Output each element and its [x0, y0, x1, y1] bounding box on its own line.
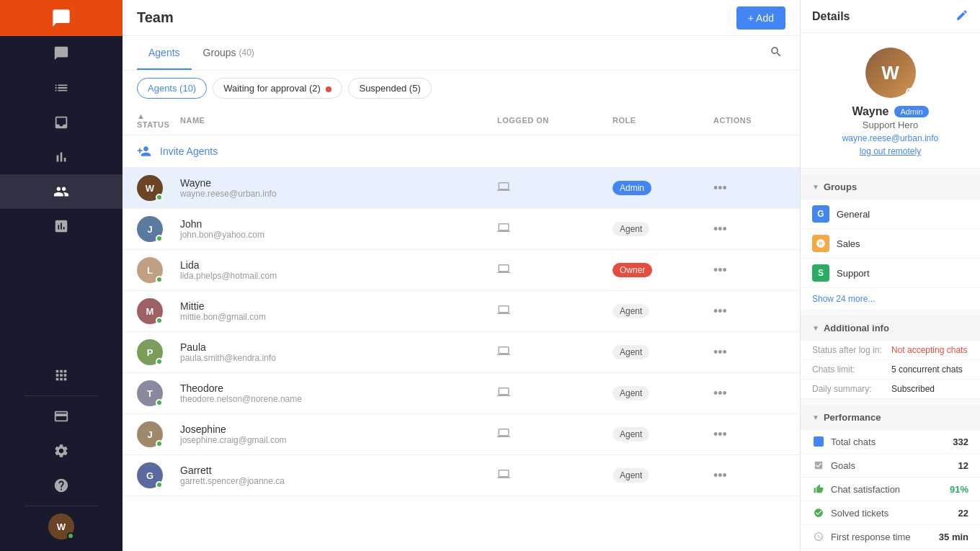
- actions-button[interactable]: •••: [713, 468, 727, 483]
- actions-wrap: •••: [713, 263, 785, 278]
- solved-tickets-icon: [812, 506, 825, 519]
- filter-waiting[interactable]: Waiting for approval (2): [213, 78, 342, 99]
- perf-row-goals: Goals 12: [801, 454, 980, 478]
- chat-satisfaction-icon: [812, 483, 825, 496]
- agent-info: Theodore theodore.nelson@norene.name: [180, 382, 497, 404]
- device-icon: [497, 344, 612, 360]
- bar-chart-icon: [53, 149, 69, 165]
- table-row[interactable]: G Garrett garrett.spencer@joanne.ca Agen…: [122, 455, 800, 496]
- question-icon: [53, 478, 69, 493]
- groups-section-header[interactable]: ▼ Groups: [801, 174, 980, 200]
- sidebar-item-reports[interactable]: [0, 71, 122, 105]
- actions-button[interactable]: •••: [713, 345, 727, 360]
- tab-agents[interactable]: Agents: [137, 36, 192, 70]
- actions-wrap: •••: [713, 181, 785, 196]
- additional-info-header[interactable]: ▼ Additional info: [801, 315, 980, 341]
- list-icon: [53, 80, 69, 96]
- role-badge-wrap: Agent: [612, 468, 713, 483]
- sidebar-item-integrations[interactable]: [0, 358, 122, 393]
- groups-section: ▼ Groups G General Sales S Support Show …: [801, 174, 980, 310]
- actions-button[interactable]: •••: [713, 181, 727, 196]
- actions-wrap: •••: [713, 304, 785, 319]
- invite-icon: [137, 144, 151, 158]
- filter-agents-all[interactable]: Agents (10): [137, 78, 207, 99]
- tabs-left: Agents Groups (40): [137, 36, 266, 70]
- filter-row: Agents (10) Waiting for approval (2) Sus…: [122, 71, 800, 106]
- inbox-icon: [53, 115, 69, 130]
- add-button[interactable]: + Add: [736, 6, 785, 30]
- table-header: ▲ STATUS NAME LOGGED ON ROLE ACTIONS: [122, 106, 800, 135]
- sidebar-logo[interactable]: [0, 0, 122, 36]
- agent-avatar-wrap: T: [137, 380, 163, 406]
- perf-row-solved-tickets: Solved tickets 22: [801, 501, 980, 525]
- role-badge-wrap: Agent: [612, 427, 713, 442]
- actions-button[interactable]: •••: [713, 222, 727, 237]
- agent-info: John john.bon@yahoo.com: [180, 218, 497, 240]
- invite-agents-row[interactable]: Invite Agents: [122, 135, 800, 168]
- group-icon-sales: [812, 235, 829, 252]
- performance-section: ▼ Performance Total chats 332 Goals 12 C…: [801, 405, 980, 551]
- tab-groups[interactable]: Groups (40): [192, 36, 266, 70]
- sidebar-online-dot: [67, 532, 74, 539]
- actions-button[interactable]: •••: [713, 386, 727, 401]
- agent-info: Josephine josephine.craig@gmail.com: [180, 424, 497, 445]
- sidebar-item-card[interactable]: [0, 399, 122, 434]
- online-dot: [156, 440, 163, 447]
- actions-button[interactable]: •••: [713, 427, 727, 442]
- actions-button[interactable]: •••: [713, 304, 727, 319]
- col-logged-on: LOGGED ON: [497, 116, 612, 125]
- search-button[interactable]: [767, 42, 785, 63]
- online-dot: [156, 235, 163, 242]
- perf-row-chat-satisfaction: Chat satisfaction 91%: [801, 478, 980, 501]
- group-icon-general: G: [812, 205, 829, 223]
- info-row-daily-summary: Daily summary: Subscribed: [801, 380, 980, 399]
- online-dot: [156, 399, 163, 406]
- profile-avatar: W: [865, 48, 916, 98]
- right-panel: Details W Wayne Admin Support Hero wayne…: [800, 0, 980, 551]
- agents-table: ▲ STATUS NAME LOGGED ON ROLE ACTIONS Inv…: [122, 106, 800, 551]
- table-row[interactable]: J Josephine josephine.craig@gmail.com Ag…: [122, 414, 800, 455]
- agent-avatar-wrap: J: [137, 421, 163, 447]
- actions-wrap: •••: [713, 468, 785, 483]
- agent-avatar-wrap: P: [137, 339, 163, 365]
- table-row[interactable]: J John john.bon@yahoo.com Agent •••: [122, 209, 800, 250]
- sidebar-item-chats[interactable]: [0, 36, 122, 71]
- goals-icon: [812, 459, 825, 472]
- table-row[interactable]: P Paula paula.smith@kendra.info Agent ••…: [122, 332, 800, 373]
- device-icon: [497, 262, 612, 278]
- show-more-link[interactable]: Show 24 more...: [801, 288, 980, 310]
- role-badge-wrap: Admin: [612, 181, 713, 195]
- actions-button[interactable]: •••: [713, 263, 727, 278]
- table-row[interactable]: M Mittie mittie.bon@gmail.com Agent •••: [122, 291, 800, 332]
- table-row[interactable]: T Theodore theodore.nelson@norene.name A…: [122, 373, 800, 414]
- role-badge-wrap: Agent: [612, 386, 713, 400]
- profile-section: W Wayne Admin Support Hero wayne.reese@u…: [801, 33, 980, 169]
- chevron-down-icon-3: ▼: [812, 413, 819, 421]
- sidebar-item-help[interactable]: [0, 468, 122, 503]
- group-item-support: S Support: [801, 259, 980, 288]
- agent-avatar-wrap: W: [137, 175, 163, 201]
- device-icon: [497, 426, 612, 442]
- filter-suspended[interactable]: Suspended (5): [348, 78, 431, 99]
- table-row[interactable]: W Wayne wayne.reese@urban.info Admin •••: [122, 168, 800, 209]
- edit-icon: [956, 9, 968, 22]
- sidebar-item-charts[interactable]: [0, 140, 122, 174]
- table-row[interactable]: L Lida lida.phelps@hotmail.com Owner •••: [122, 250, 800, 291]
- group-item-general: G General: [801, 200, 980, 229]
- main-area: Team + Add Agents Groups (40) Agents (10…: [122, 0, 800, 551]
- sidebar-item-analytics[interactable]: [0, 209, 122, 243]
- log-out-link[interactable]: log out remotely: [860, 146, 921, 156]
- user-avatar-sidebar[interactable]: W: [48, 514, 74, 539]
- performance-header[interactable]: ▼ Performance: [801, 405, 980, 430]
- edit-button[interactable]: [956, 9, 968, 24]
- sidebar-bottom: W: [0, 358, 122, 551]
- online-dot: [156, 276, 163, 283]
- sidebar-item-settings[interactable]: [0, 434, 122, 468]
- sidebar-item-team[interactable]: [0, 174, 122, 209]
- grid-icon: [53, 367, 69, 383]
- sidebar-item-inbox[interactable]: [0, 105, 122, 140]
- agent-info: Wayne wayne.reese@urban.info: [180, 177, 497, 199]
- col-status: ▲ STATUS: [137, 112, 180, 129]
- profile-email: wayne.reese@urban.info: [842, 133, 939, 143]
- tabs-row: Agents Groups (40): [122, 36, 800, 71]
